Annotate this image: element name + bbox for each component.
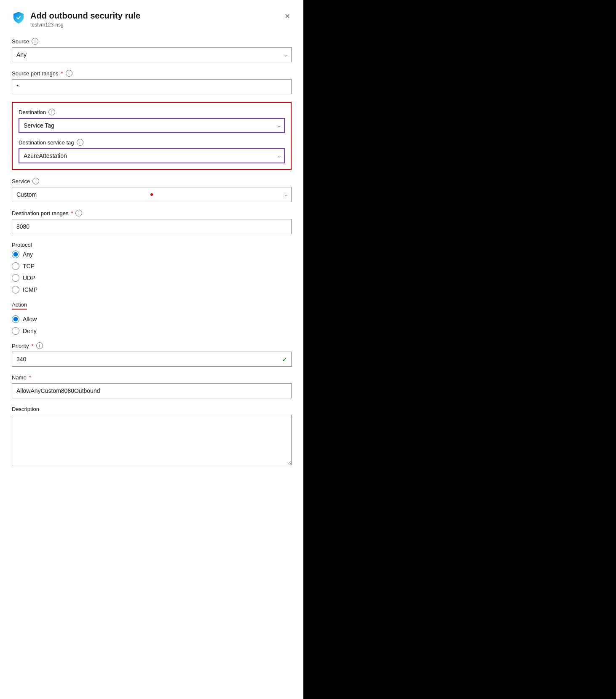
source-select-wrapper: Any IP Addresses Service Tag My IP addre…: [12, 47, 292, 62]
action-allow-option[interactable]: Allow: [12, 315, 292, 323]
name-label: Name *: [12, 374, 292, 381]
source-port-ranges-group: Source port ranges * i: [12, 70, 292, 94]
protocol-udp-option[interactable]: UDP: [12, 274, 292, 282]
destination-box: Destination i Any Service Tag IP Address…: [12, 102, 292, 170]
source-port-info-icon[interactable]: i: [66, 70, 72, 77]
name-required-mark: *: [29, 374, 31, 381]
action-deny-option[interactable]: Deny: [12, 327, 292, 335]
panel-title: Add outbound security rule: [30, 10, 140, 21]
source-select[interactable]: Any IP Addresses Service Tag My IP addre…: [12, 47, 292, 62]
action-deny-radio[interactable]: [12, 327, 19, 335]
service-select-wrapper: Custom HTTP HTTPS SSH RDP ⌵: [12, 187, 292, 202]
protocol-udp-label: UDP: [23, 275, 35, 281]
source-label: Source i: [12, 38, 292, 45]
destination-service-tag-select[interactable]: AzureAttestation AzureCloud Internet Vir…: [19, 148, 285, 163]
destination-port-info-icon[interactable]: i: [75, 210, 82, 216]
destination-service-tag-label: Destination service tag i: [19, 139, 285, 146]
destination-port-required-mark: *: [71, 210, 73, 216]
action-deny-label: Deny: [23, 328, 37, 334]
priority-input[interactable]: [12, 352, 292, 367]
destination-select[interactable]: Any Service Tag IP Addresses My IP addre…: [19, 118, 285, 133]
azure-shield-icon: [12, 11, 25, 24]
close-button[interactable]: ×: [283, 10, 292, 22]
action-section: Action Allow Deny: [12, 301, 292, 335]
destination-port-ranges-input[interactable]: [12, 219, 292, 234]
description-textarea[interactable]: [12, 415, 292, 465]
destination-group: Destination i Any Service Tag IP Address…: [19, 109, 285, 133]
protocol-label: Protocol: [12, 242, 292, 248]
protocol-udp-radio[interactable]: [12, 274, 19, 282]
protocol-icmp-option[interactable]: ICMP: [12, 286, 292, 293]
protocol-tcp-option[interactable]: TCP: [12, 262, 292, 270]
destination-service-tag-select-wrapper: AzureAttestation AzureCloud Internet Vir…: [19, 148, 285, 163]
priority-input-wrapper: ✓: [12, 352, 292, 367]
source-port-required-mark: *: [61, 70, 63, 77]
protocol-any-radio[interactable]: [12, 251, 19, 258]
service-label: Service i: [12, 178, 292, 184]
protocol-icmp-label: ICMP: [23, 286, 37, 293]
protocol-icmp-radio[interactable]: [12, 286, 19, 293]
description-group: Description: [12, 406, 292, 467]
destination-service-tag-group: Destination service tag i AzureAttestati…: [19, 139, 285, 163]
service-select[interactable]: Custom HTTP HTTPS SSH RDP: [12, 187, 292, 202]
priority-info-icon[interactable]: i: [36, 342, 43, 349]
action-allow-label: Allow: [23, 316, 37, 323]
action-label: Action: [12, 301, 27, 309]
description-label: Description: [12, 406, 292, 412]
priority-required-mark: *: [31, 343, 33, 349]
protocol-group: Protocol Any TCP UDP ICMP: [12, 242, 292, 293]
priority-group: Priority * i ✓: [12, 342, 292, 367]
name-group: Name *: [12, 374, 292, 398]
title-text: Add outbound security rule testvm123-nsg: [30, 10, 140, 28]
destination-service-tag-info-icon[interactable]: i: [77, 139, 83, 146]
source-group: Source i Any IP Addresses Service Tag My…: [12, 38, 292, 62]
service-info-icon[interactable]: i: [32, 178, 39, 184]
protocol-any-option[interactable]: Any: [12, 251, 292, 258]
protocol-any-label: Any: [23, 251, 33, 258]
title-group: Add outbound security rule testvm123-nsg: [12, 10, 140, 28]
destination-info-icon[interactable]: i: [48, 109, 55, 115]
source-info-icon[interactable]: i: [32, 38, 38, 45]
right-side-panel: [303, 0, 616, 699]
priority-check-icon: ✓: [282, 355, 287, 363]
protocol-tcp-label: TCP: [23, 263, 35, 269]
action-allow-radio[interactable]: [12, 315, 19, 323]
destination-port-ranges-label: Destination port ranges * i: [12, 210, 292, 216]
service-group: Service i Custom HTTP HTTPS SSH RDP ⌵: [12, 178, 292, 202]
source-port-ranges-input[interactable]: [12, 79, 292, 94]
protocol-tcp-radio[interactable]: [12, 262, 19, 270]
panel-subtitle: testvm123-nsg: [30, 22, 140, 28]
destination-port-ranges-group: Destination port ranges * i: [12, 210, 292, 234]
priority-label: Priority * i: [12, 342, 292, 349]
destination-select-wrapper: Any Service Tag IP Addresses My IP addre…: [19, 118, 285, 133]
destination-label: Destination i: [19, 109, 285, 115]
panel-header: Add outbound security rule testvm123-nsg…: [12, 10, 292, 28]
security-rule-panel: Add outbound security rule testvm123-nsg…: [0, 0, 303, 699]
source-port-ranges-label: Source port ranges * i: [12, 70, 292, 77]
name-input[interactable]: [12, 383, 292, 398]
